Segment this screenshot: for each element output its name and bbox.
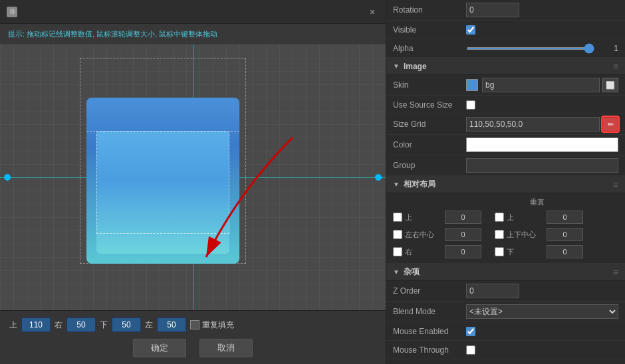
z-order-row: Z Order xyxy=(386,281,625,302)
rotation-label: Rotation xyxy=(393,5,466,15)
layout-top-row: 上 上 xyxy=(393,209,618,226)
mouse-enabled-checkbox[interactable] xyxy=(466,327,475,336)
left-input[interactable] xyxy=(157,318,186,332)
layout-center-label: 左右中心 xyxy=(405,230,445,240)
layout-right-checkbox[interactable] xyxy=(393,247,402,256)
inner-dash-rect xyxy=(96,131,229,234)
top-sep-line xyxy=(86,131,239,132)
dialog-panel: ⚙ × 提示: 拖动标记线调整数值, 鼠标滚轮调整大小, 鼠标中键整体拖动 xyxy=(0,0,386,364)
layout-top-v-input[interactable] xyxy=(547,211,583,224)
bottom-input[interactable] xyxy=(112,318,141,332)
blend-mode-row: Blend Mode <未设置> xyxy=(386,302,625,322)
image-section-arrow: ▼ xyxy=(393,62,400,70)
dialog-icon: ⚙ xyxy=(7,7,17,17)
dialog-footer: 上 右 下 左 重复填充 确定 取消 xyxy=(0,310,386,364)
image-section-menu[interactable]: ≡ xyxy=(613,61,618,72)
alpha-slider[interactable] xyxy=(466,47,594,50)
layout-center-row: 左右中心 上下中心 xyxy=(393,226,618,243)
layout-center-checkbox[interactable] xyxy=(393,230,402,239)
size-grid-edit-button[interactable]: ✏ xyxy=(602,117,618,132)
blend-mode-select[interactable]: <未设置> xyxy=(466,304,618,319)
mouse-through-checkbox[interactable] xyxy=(466,345,475,355)
layout-header-row: 垂直 xyxy=(393,196,618,209)
misc-section-header: ▼ 杂项 ≡ xyxy=(386,264,625,281)
alpha-value: 1 xyxy=(598,44,618,53)
color-row: Color xyxy=(386,135,625,155)
use-source-size-row: Use Source Size xyxy=(386,96,625,114)
mouse-through-label: Mouse Through xyxy=(393,345,466,355)
layout-section-arrow: ▼ xyxy=(393,181,400,188)
repeat-label: 重复填充 xyxy=(202,319,234,331)
color-preview[interactable] xyxy=(466,137,618,152)
skin-input[interactable] xyxy=(482,78,600,92)
size-grid-inputs: 上 右 下 左 重复填充 xyxy=(9,318,376,332)
top-input[interactable] xyxy=(21,318,51,332)
right-handle xyxy=(375,174,382,181)
size-grid-label: Size Grid xyxy=(393,120,466,129)
right-label: 右 xyxy=(55,319,62,331)
vertical-label: 垂直 xyxy=(506,197,569,207)
use-source-size-label: Use Source Size xyxy=(393,100,466,110)
layout-top-v-label: 上 xyxy=(507,213,547,223)
repeat-row: 重复填充 xyxy=(190,319,234,331)
layout-top-input[interactable] xyxy=(445,211,481,224)
use-source-size-checkbox[interactable] xyxy=(466,100,475,110)
cancel-button[interactable]: 取消 xyxy=(199,339,253,357)
layout-tb-center-checkbox[interactable] xyxy=(495,230,504,239)
right-input[interactable] xyxy=(66,318,96,332)
top-label: 上 xyxy=(9,319,17,331)
close-button[interactable]: × xyxy=(366,5,379,19)
canvas-area xyxy=(0,45,386,310)
confirm-button[interactable]: 确定 xyxy=(133,339,186,357)
layout-top-label: 上 xyxy=(405,213,445,223)
layout-section: 垂直 上 上 左右中心 上下中心 右 xyxy=(386,193,625,264)
layout-top-v-checkbox[interactable] xyxy=(495,213,504,222)
misc-section-title: 杂项 xyxy=(404,266,420,278)
mouse-through-row: Mouse Through xyxy=(386,341,625,359)
z-order-input[interactable] xyxy=(466,284,519,298)
layout-right-label: 右 xyxy=(405,247,445,257)
dialog-hint: 提示: 拖动标记线调整数值, 鼠标滚轮调整大小, 鼠标中键整体拖动 xyxy=(0,24,386,45)
visible-row: Visible xyxy=(386,21,625,39)
layout-section-title: 相对布局 xyxy=(404,179,436,190)
right-properties-panel: Rotation Visible Alpha 1 ▼ Image ≡ Skin … xyxy=(386,0,625,364)
alpha-label: Alpha xyxy=(393,44,466,53)
layout-tb-center-label: 上下中心 xyxy=(507,230,547,240)
layout-center-input[interactable] xyxy=(445,228,481,241)
layout-bottom-input[interactable] xyxy=(547,245,583,258)
left-handle xyxy=(4,174,11,181)
misc-section-menu[interactable]: ≡ xyxy=(613,267,618,278)
blend-mode-label: Blend Mode xyxy=(393,307,466,316)
color-label: Color xyxy=(393,140,466,149)
visible-label: Visible xyxy=(393,25,466,35)
bottom-label: 下 xyxy=(100,319,108,331)
alpha-row: Alpha 1 xyxy=(386,39,625,58)
layout-section-menu[interactable]: ≡ xyxy=(613,179,618,190)
dialog-titlebar: ⚙ × xyxy=(0,0,386,24)
repeat-checkbox[interactable] xyxy=(190,320,199,329)
skin-browse-button[interactable]: ⬜ xyxy=(602,78,618,92)
mouse-enabled-label: Mouse Enabled xyxy=(393,327,466,336)
left-label: 左 xyxy=(145,319,153,331)
rotation-row: Rotation xyxy=(386,0,625,21)
group-label: Group xyxy=(393,161,466,170)
visible-checkbox[interactable] xyxy=(466,25,475,35)
z-order-label: Z Order xyxy=(393,286,466,296)
skin-preview xyxy=(466,79,478,91)
size-grid-input[interactable] xyxy=(466,117,600,132)
group-input[interactable] xyxy=(466,158,618,173)
misc-section-arrow: ▼ xyxy=(393,268,400,276)
layout-bottom-checkbox[interactable] xyxy=(495,247,504,256)
layout-tb-center-input[interactable] xyxy=(547,228,583,241)
layout-right-row: 右 下 xyxy=(393,243,618,260)
mouse-enabled-row: Mouse Enabled xyxy=(386,322,625,341)
skin-row: Skin ⬜ xyxy=(386,75,625,96)
skin-label: Skin xyxy=(393,80,466,90)
rotation-input[interactable] xyxy=(466,3,519,17)
layout-section-header: ▼ 相对布局 ≡ xyxy=(386,176,625,193)
image-section-title: Image xyxy=(404,62,427,71)
layout-top-checkbox[interactable] xyxy=(393,213,402,222)
layout-right-input[interactable] xyxy=(445,245,481,258)
footer-buttons: 确定 取消 xyxy=(9,339,376,357)
layout-bottom-label: 下 xyxy=(507,247,547,257)
